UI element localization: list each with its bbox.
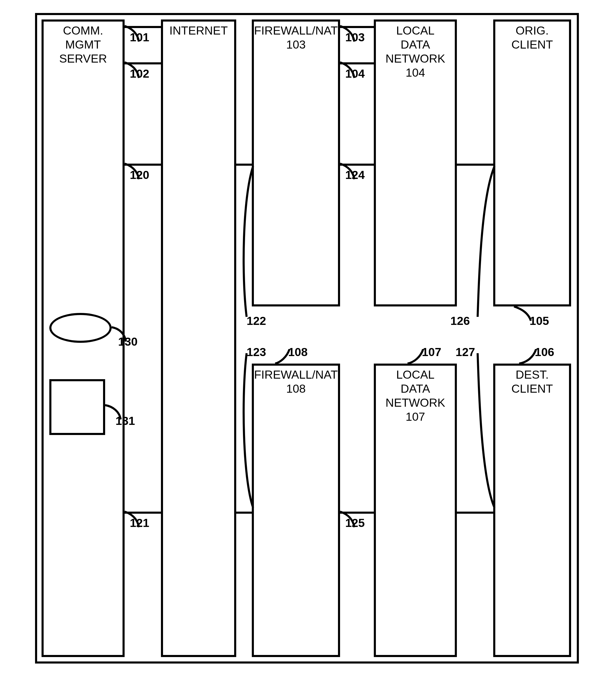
box-ldn-2: LOCAL DATA NETWORK 107 [374,363,457,657]
label-126: 126 [450,314,470,328]
box-server-title: COMM. MGMT SERVER [44,23,123,66]
label-121: 121 [130,516,149,530]
ellipse-shape [49,313,112,343]
box-ldn-1-title: LOCAL DATA NETWORK 104 [376,23,455,80]
box-internet: INTERNET [161,19,236,657]
box-internet-title: INTERNET [163,23,234,38]
lead-122 [239,166,260,322]
box-orig-client-title: ORIG. CLIENT [495,23,569,52]
label-106: 106 [535,345,554,359]
box-dest-client-title: DEST. CLIENT [495,368,569,396]
label-102: 102 [130,67,149,80]
label-101: 101 [130,31,149,44]
label-107: 107 [422,345,441,359]
diagram-canvas: COMM. MGMT SERVER INTERNET FIREWALL/NAT … [0,0,616,676]
box-firewall-2-title: FIREWALL/NAT 108 [254,368,338,396]
square-shape [49,379,105,435]
label-120: 120 [130,168,149,182]
label-108: 108 [288,345,308,359]
box-orig-client: ORIG. CLIENT [493,19,571,306]
box-firewall-1: FIREWALL/NAT 103 [252,19,340,306]
label-130: 130 [118,335,138,348]
link-ldn1-orig [457,164,493,166]
box-ldn-1: LOCAL DATA NETWORK 104 [374,19,457,306]
link-int-fw2 [236,512,252,514]
box-firewall-2: FIREWALL/NAT 108 [252,363,340,657]
box-firewall-1-title: FIREWALL/NAT 103 [254,23,338,52]
label-124: 124 [345,168,365,182]
label-127: 127 [455,345,475,359]
label-103: 103 [345,31,365,44]
label-123: 123 [247,345,266,359]
label-122: 122 [247,314,266,328]
lead-123 [239,353,260,509]
link-int-fw1 [236,164,252,166]
box-ldn-2-title: LOCAL DATA NETWORK 107 [376,368,455,424]
label-125: 125 [345,516,365,530]
lead-126 [475,166,498,322]
label-104: 104 [345,67,365,80]
link-ldn2-dest [457,512,493,514]
lead-127 [475,353,498,509]
label-131: 131 [116,414,135,428]
box-dest-client: DEST. CLIENT [493,363,571,657]
label-105: 105 [530,314,549,328]
